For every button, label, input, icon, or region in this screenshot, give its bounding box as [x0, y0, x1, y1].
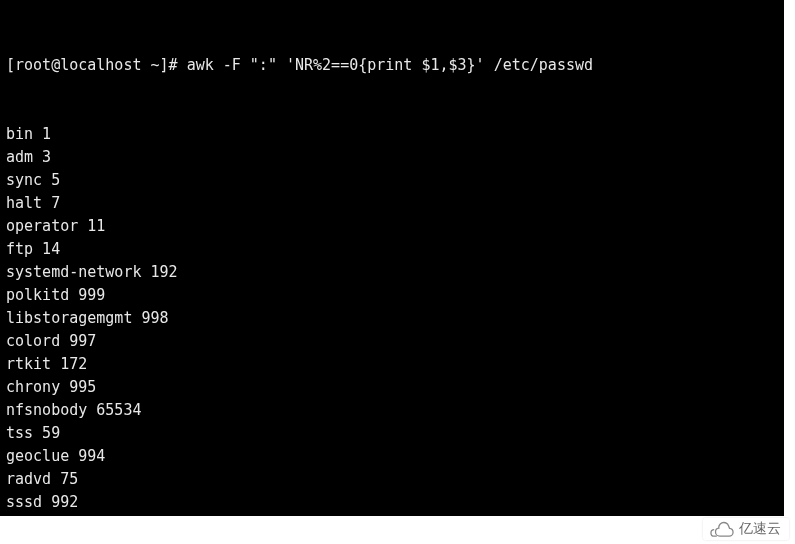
output-line: adm 3	[6, 146, 778, 169]
terminal-window[interactable]: [root@localhost ~]# awk -F ":" 'NR%2==0{…	[0, 0, 784, 516]
shell-command: awk -F ":" 'NR%2==0{print $1,$3}' /etc/p…	[187, 56, 593, 74]
output-line: bin 1	[6, 123, 778, 146]
output-line: colord 997	[6, 330, 778, 353]
output-line: rtkit 172	[6, 353, 778, 376]
output-line: libstoragemgmt 998	[6, 307, 778, 330]
output-line: geoclue 994	[6, 445, 778, 468]
command-output: bin 1adm 3sync 5halt 7operator 11ftp 14s…	[6, 123, 778, 516]
cloud-icon	[709, 521, 735, 537]
shell-prompt: [root@localhost ~]#	[6, 56, 187, 74]
output-line: tss 59	[6, 422, 778, 445]
output-line: halt 7	[6, 192, 778, 215]
output-line: sssd 992	[6, 491, 778, 514]
watermark-badge: 亿速云	[703, 518, 789, 540]
output-line: operator 11	[6, 215, 778, 238]
output-line: chrony 995	[6, 376, 778, 399]
watermark-text: 亿速云	[739, 520, 781, 538]
output-line: systemd-network 192	[6, 261, 778, 284]
output-line: radvd 75	[6, 468, 778, 491]
output-line: polkitd 999	[6, 284, 778, 307]
command-line-1: [root@localhost ~]# awk -F ":" 'NR%2==0{…	[6, 54, 778, 77]
output-line: sync 5	[6, 169, 778, 192]
output-line: ftp 14	[6, 238, 778, 261]
output-line: gnome-initial-setup 991	[6, 514, 778, 516]
output-line: nfsnobody 65534	[6, 399, 778, 422]
